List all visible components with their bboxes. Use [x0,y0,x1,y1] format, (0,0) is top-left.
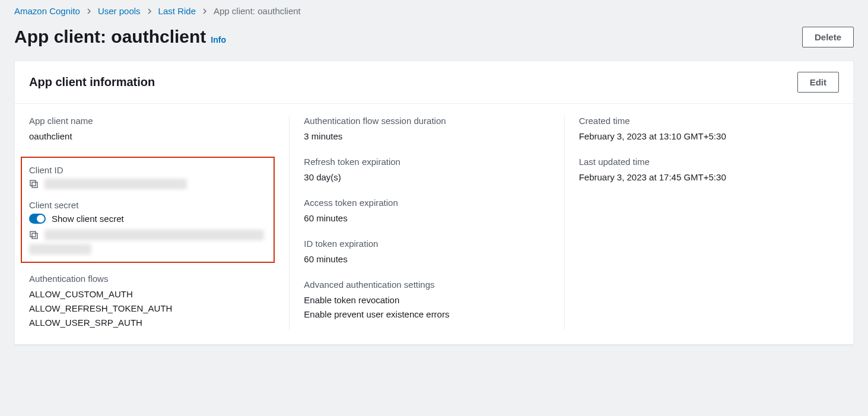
chevron-right-icon [202,8,208,14]
app-client-info-panel: App client information Edit App client n… [14,61,854,345]
svg-rect-1 [30,180,36,186]
breadcrumb-link-cognito[interactable]: Amazon Cognito [14,6,80,16]
client-id-value-redacted [44,179,187,189]
field-label: Client ID [29,165,266,175]
svg-rect-0 [32,182,37,188]
field-value: 60 minutes [304,211,549,226]
show-secret-toggle[interactable] [29,214,46,224]
svg-rect-2 [32,233,37,239]
field-access-token: Access token expiration 60 minutes [304,198,549,226]
info-column-3: Created time February 3, 2023 at 13:10 G… [564,116,839,330]
info-column-2: Authentication flow session duration 3 m… [289,116,564,330]
svg-rect-3 [30,231,36,237]
breadcrumb-link-pool[interactable]: Last Ride [158,6,196,16]
field-value: 30 day(s) [304,170,549,185]
field-value: 60 minutes [304,252,549,266]
field-label: Refresh token expiration [304,157,549,167]
info-link[interactable]: Info [211,35,226,45]
panel-header: App client information Edit [15,61,853,104]
field-updated-time: Last updated time February 3, 2023 at 17… [579,157,825,185]
field-label: Advanced authentication settings [304,280,549,290]
field-app-client-name: App client name oauthclient [29,116,275,144]
field-value: ALLOW_USER_SRP_AUTH [29,316,275,330]
field-advanced-settings: Advanced authentication settings Enable … [304,280,549,322]
field-value: February 3, 2023 at 13:10 GMT+5:30 [579,129,825,144]
info-column-1: App client name oauthclient Client ID [29,116,289,330]
field-value: ALLOW_REFRESH_TOKEN_AUTH [29,301,275,316]
field-label: Authentication flows [29,274,275,284]
client-secret-value-redacted [29,244,91,255]
edit-button[interactable]: Edit [797,72,839,93]
breadcrumb-link-userpools[interactable]: User pools [98,6,141,16]
chevron-right-icon [86,8,92,14]
show-secret-label: Show client secret [52,214,124,224]
field-label: ID token expiration [304,239,549,249]
copy-icon[interactable] [29,230,39,240]
field-value: 3 minutes [304,129,549,144]
field-id-token: ID token expiration 60 minutes [304,239,549,266]
field-client-id: Client ID [29,165,266,189]
copy-icon[interactable] [29,179,39,189]
field-label: Created time [579,116,825,126]
field-label: App client name [29,116,275,126]
field-value: oauthclient [29,129,275,144]
field-session-duration: Authentication flow session duration 3 m… [304,116,549,144]
field-value: Enable prevent user existence errors [304,307,549,322]
page-header: App client: oauthclient Info Delete [14,27,854,47]
panel-title: App client information [29,75,155,89]
field-label: Last updated time [579,157,825,167]
field-value: ALLOW_CUSTOM_AUTH [29,287,275,301]
field-label: Access token expiration [304,198,549,208]
page-title: App client: oauthclient Info [14,27,226,47]
page-title-text: App client: oauthclient [14,27,206,47]
field-label: Authentication flow session duration [304,116,549,126]
breadcrumb: Amazon Cognito User pools Last Ride App … [14,6,854,16]
field-value: February 3, 2023 at 17:45 GMT+5:30 [579,170,825,185]
field-label: Client secret [29,200,266,210]
field-client-secret: Client secret Show client secret [29,200,266,255]
credentials-highlight: Client ID Client secret [21,157,275,263]
field-auth-flows: Authentication flows ALLOW_CUSTOM_AUTH A… [29,274,275,330]
delete-button[interactable]: Delete [802,27,854,47]
breadcrumb-current: App client: oauthclient [214,6,301,16]
field-created-time: Created time February 3, 2023 at 13:10 G… [579,116,825,144]
client-secret-value-redacted [44,230,264,240]
field-refresh-token: Refresh token expiration 30 day(s) [304,157,549,185]
chevron-right-icon [147,8,152,14]
field-value: Enable token revocation [304,293,549,307]
